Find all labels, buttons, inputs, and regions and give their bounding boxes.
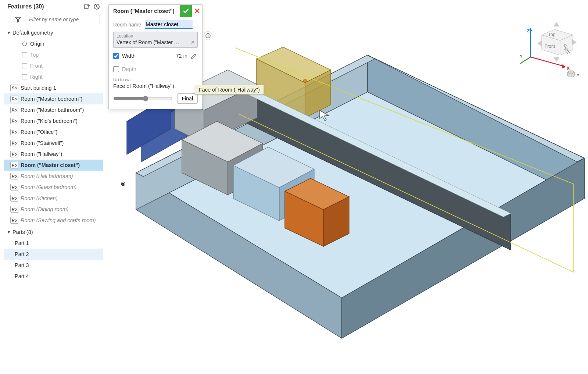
feature-tag: Ro <box>10 173 18 179</box>
feature-row[interactable]: RoRoom ("Master bathroom") <box>4 104 103 115</box>
feature-tag: Ro <box>10 217 18 224</box>
tree-default-geometry[interactable]: ▼ Default geometry <box>4 27 103 38</box>
view-cube[interactable]: Z X Y Top Front Right <box>520 15 582 77</box>
dialog-cancel-button[interactable]: ✕ <box>192 5 202 17</box>
svg-marker-54 <box>553 57 559 62</box>
tree-plane-right[interactable]: Right <box>4 71 103 82</box>
tree-plane-top[interactable]: Top <box>4 49 103 60</box>
feature-tree: ▼ Default geometry Origin Top Front Righ… <box>4 26 103 282</box>
clear-location-icon[interactable]: ✕ <box>191 39 195 45</box>
feature-panel: Features (30) ▼ Default geometry Origin … <box>4 0 103 294</box>
feature-row[interactable]: RoRoom (Kitchen) <box>4 193 103 204</box>
feature-filter-input[interactable] <box>26 15 100 24</box>
dialog-titlebar[interactable]: Room ("Master closet") ✕ <box>109 5 202 17</box>
part-label: Part 2 <box>15 251 29 257</box>
tree-origin[interactable]: Origin <box>4 38 103 49</box>
svg-text:▾: ▾ <box>577 72 579 77</box>
feature-row[interactable]: RoRoom (Sewing and crafts room) <box>4 215 103 226</box>
tree-parts-header[interactable]: ▼ Parts (8) <box>4 227 103 238</box>
feature-tag: Ro <box>10 162 18 168</box>
feature-tag: Ro <box>10 195 18 202</box>
feature-label: Room ("Master closet") <box>21 162 80 168</box>
feature-label: Room (Dining room) <box>21 206 69 212</box>
origin-icon <box>22 41 27 46</box>
feature-label: Room (Guest bedroom) <box>21 184 76 190</box>
plane-icon <box>22 63 27 68</box>
dialog-accept-button[interactable] <box>180 5 192 17</box>
depth-checkbox[interactable] <box>113 66 119 72</box>
feature-tag: Ro <box>10 107 18 113</box>
svg-line-40 <box>531 57 564 66</box>
filter-icon[interactable] <box>14 15 22 24</box>
location-history-icon[interactable] <box>204 31 212 40</box>
feature-row[interactable]: RoRoom ("Master bedroom") <box>4 93 103 104</box>
feature-tag: Ro <box>10 96 18 102</box>
measure-icon[interactable] <box>190 52 198 60</box>
feature-label: Room ("Hallway") <box>21 151 62 157</box>
part-label: Part 1 <box>15 240 29 246</box>
feature-row[interactable]: RoRoom (Hall bathroom) <box>4 171 103 182</box>
location-value: Vertex of Room ("Master … <box>116 39 187 45</box>
svg-text:Top: Top <box>548 32 556 37</box>
svg-text:Z: Z <box>527 28 530 33</box>
tree-plane-front[interactable]: Front <box>4 60 103 71</box>
feature-row[interactable]: RoRoom (Dining room) <box>4 204 103 215</box>
plane-icon <box>22 52 27 57</box>
part-row[interactable]: Part 3 <box>4 260 103 271</box>
add-feature-icon[interactable] <box>83 3 91 11</box>
width-value[interactable]: 72 in <box>176 53 187 59</box>
feature-row[interactable]: RoRoom ("Master closet") <box>4 160 103 171</box>
room-name-input[interactable] <box>145 20 193 29</box>
feature-panel-header: Features (30) <box>4 0 103 13</box>
width-row: Width 72 in <box>113 51 198 61</box>
width-checkbox[interactable] <box>113 53 119 59</box>
feature-row[interactable]: RoRoom ("Hallway") <box>4 149 103 160</box>
depth-label: Depth <box>122 66 136 72</box>
dialog-title: Room ("Master closet") <box>113 8 175 14</box>
part-row[interactable]: Part 2 <box>4 249 103 260</box>
hover-tooltip: Face of Room ("Hallway") <box>195 85 264 95</box>
feature-label: Start building 1 <box>21 85 56 91</box>
rollback-slider[interactable] <box>113 96 173 101</box>
part-row[interactable]: Part 4 <box>4 271 103 282</box>
feature-label: Room ("Master bedroom") <box>21 96 82 102</box>
feature-tag: Ro <box>10 206 18 213</box>
feature-tag: Ro <box>10 118 18 124</box>
width-label: Width <box>122 53 136 59</box>
svg-marker-53 <box>537 40 542 46</box>
feature-row[interactable]: RoRoom ("Kid's bedroom") <box>4 115 103 127</box>
feature-tag: Sb <box>10 85 18 91</box>
part-label: Part 4 <box>15 273 29 279</box>
svg-marker-52 <box>572 39 577 45</box>
feature-tag: Ro <box>10 184 18 190</box>
svg-text:X: X <box>567 66 570 71</box>
svg-text:Y: Y <box>520 54 523 59</box>
part-row[interactable]: Part 1 <box>4 238 103 249</box>
feature-label: Room ("Stairwell") <box>21 140 64 146</box>
feature-filter-row <box>4 13 103 26</box>
feature-row[interactable]: RoRoom (Guest bedroom) <box>4 182 103 193</box>
feature-dialog: Room ("Master closet") ✕ Room name Locat… <box>108 4 202 109</box>
depth-row: Depth <box>113 64 198 74</box>
feature-row[interactable]: RoRoom ("Stairwell") <box>4 138 103 149</box>
location-field[interactable]: Location Vertex of Room ("Master … ✕ <box>113 32 198 48</box>
feature-tag: Ro <box>10 151 18 157</box>
chevron-down-icon: ▼ <box>6 30 12 35</box>
chevron-down-icon: ▼ <box>6 229 12 235</box>
svg-text:Front: Front <box>545 44 555 49</box>
up-to-wall-value: Face of Room ("Hallway") <box>113 83 198 89</box>
feature-row[interactable]: SbStart building 1 <box>4 82 103 93</box>
svg-point-28 <box>303 79 307 83</box>
rollback-icon[interactable] <box>93 3 101 11</box>
svg-marker-51 <box>553 22 559 26</box>
up-to-wall-field[interactable]: Up to wall Face of Room ("Hallway") <box>113 77 198 89</box>
feature-label: Room ("Master bathroom") <box>21 107 84 113</box>
feature-label: Room (Kitchen) <box>21 195 58 201</box>
svg-point-31 <box>122 183 124 185</box>
final-button[interactable]: Final <box>177 93 198 104</box>
feature-tag: Ro <box>10 129 18 135</box>
feature-row[interactable]: RoRoom ("Office") <box>4 127 103 138</box>
feature-panel-title: Features (30) <box>7 3 44 10</box>
feature-label: Room ("Office") <box>21 129 57 135</box>
part-label: Part 3 <box>15 262 29 268</box>
